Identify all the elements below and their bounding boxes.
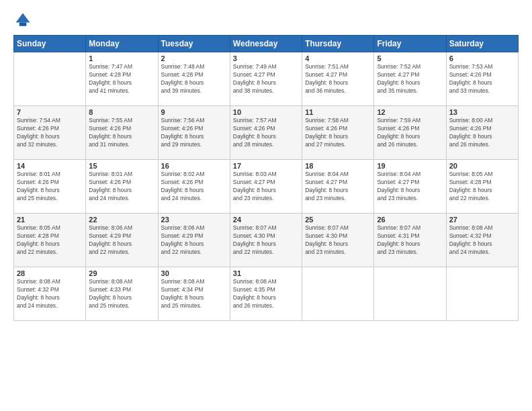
day-number: 20 [449,162,515,170]
day-info: Sunrise: 7:58 AMSunset: 4:26 PMDaylight:… [305,117,371,149]
day-info: Sunrise: 8:06 AMSunset: 4:29 PMDaylight:… [161,224,227,257]
calendar-cell: 11Sunrise: 7:58 AMSunset: 4:26 PMDayligh… [302,106,374,160]
day-info: Sunrise: 8:08 AMSunset: 4:33 PMDaylight:… [89,278,154,310]
weekday-header-row: SundayMondayTuesdayWednesdayThursdayFrid… [14,36,519,52]
calendar-cell: 6Sunrise: 7:53 AMSunset: 4:26 PMDaylight… [446,52,518,106]
calendar-cell: 12Sunrise: 7:59 AMSunset: 4:26 PMDayligh… [374,106,446,160]
calendar-cell: 8Sunrise: 7:55 AMSunset: 4:26 PMDaylight… [86,106,158,160]
svg-rect-1 [19,23,27,26]
day-number: 2 [161,54,227,62]
calendar-week-row: 28Sunrise: 8:08 AMSunset: 4:32 PMDayligh… [14,267,519,321]
calendar-week-row: 14Sunrise: 8:01 AMSunset: 4:26 PMDayligh… [14,160,519,214]
day-number: 12 [377,108,443,116]
day-info: Sunrise: 7:55 AMSunset: 4:26 PMDaylight:… [89,117,154,149]
weekday-header: Sunday [14,36,86,52]
day-info: Sunrise: 8:01 AMSunset: 4:26 PMDaylight:… [89,171,154,203]
day-number: 28 [17,269,83,277]
calendar-cell: 23Sunrise: 8:06 AMSunset: 4:29 PMDayligh… [158,214,230,267]
calendar-cell: 9Sunrise: 7:56 AMSunset: 4:26 PMDaylight… [158,106,230,160]
day-info: Sunrise: 7:57 AMSunset: 4:26 PMDaylight:… [233,117,299,149]
day-number: 11 [305,108,371,116]
day-number: 8 [89,108,154,116]
day-number: 18 [305,162,371,170]
day-info: Sunrise: 8:03 AMSunset: 4:27 PMDaylight:… [233,171,299,203]
day-info: Sunrise: 7:52 AMSunset: 4:27 PMDaylight:… [377,63,443,95]
day-number: 3 [233,54,299,62]
day-info: Sunrise: 8:02 AMSunset: 4:26 PMDaylight:… [161,171,227,203]
calendar-cell: 29Sunrise: 8:08 AMSunset: 4:33 PMDayligh… [86,267,158,321]
calendar-cell: 13Sunrise: 8:00 AMSunset: 4:26 PMDayligh… [446,106,518,160]
calendar: SundayMondayTuesdayWednesdayThursdayFrid… [13,35,519,321]
day-number: 31 [233,269,299,277]
calendar-cell: 22Sunrise: 8:06 AMSunset: 4:29 PMDayligh… [86,214,158,267]
calendar-cell: 2Sunrise: 7:48 AMSunset: 4:28 PMDaylight… [158,52,230,106]
calendar-cell: 19Sunrise: 8:04 AMSunset: 4:27 PMDayligh… [374,160,446,214]
day-number: 16 [161,162,227,170]
day-number: 25 [305,216,371,224]
header [13,11,519,30]
day-info: Sunrise: 7:49 AMSunset: 4:27 PMDaylight:… [233,63,299,95]
logo-icon [13,11,32,30]
day-number: 5 [377,54,443,62]
page: SundayMondayTuesdayWednesdayThursdayFrid… [0,0,532,411]
calendar-cell: 4Sunrise: 7:51 AMSunset: 4:27 PMDaylight… [302,52,374,106]
day-number: 4 [305,54,371,62]
logo [13,11,35,30]
svg-marker-0 [16,13,30,23]
weekday-header: Tuesday [158,36,230,52]
day-info: Sunrise: 7:53 AMSunset: 4:26 PMDaylight:… [449,63,515,95]
weekday-header: Friday [374,36,446,52]
day-number: 21 [17,216,83,224]
calendar-cell: 20Sunrise: 8:05 AMSunset: 4:28 PMDayligh… [446,160,518,214]
day-info: Sunrise: 7:56 AMSunset: 4:26 PMDaylight:… [161,117,227,149]
day-info: Sunrise: 8:01 AMSunset: 4:26 PMDaylight:… [17,171,83,203]
day-number: 23 [161,216,227,224]
calendar-cell: 10Sunrise: 7:57 AMSunset: 4:26 PMDayligh… [230,106,302,160]
calendar-cell: 15Sunrise: 8:01 AMSunset: 4:26 PMDayligh… [86,160,158,214]
weekday-header: Wednesday [230,36,302,52]
calendar-cell: 7Sunrise: 7:54 AMSunset: 4:26 PMDaylight… [14,106,86,160]
day-info: Sunrise: 7:48 AMSunset: 4:28 PMDaylight:… [161,63,227,95]
day-info: Sunrise: 7:59 AMSunset: 4:26 PMDaylight:… [377,117,443,149]
day-info: Sunrise: 8:05 AMSunset: 4:28 PMDaylight:… [449,171,515,203]
calendar-cell: 14Sunrise: 8:01 AMSunset: 4:26 PMDayligh… [14,160,86,214]
day-info: Sunrise: 8:00 AMSunset: 4:26 PMDaylight:… [449,117,515,149]
day-info: Sunrise: 8:07 AMSunset: 4:30 PMDaylight:… [233,224,299,257]
day-info: Sunrise: 8:08 AMSunset: 4:34 PMDaylight:… [161,278,227,310]
day-info: Sunrise: 8:08 AMSunset: 4:32 PMDaylight:… [449,224,515,257]
day-number: 1 [89,54,154,62]
day-info: Sunrise: 8:05 AMSunset: 4:28 PMDaylight:… [17,224,83,257]
weekday-header: Saturday [446,36,518,52]
day-info: Sunrise: 7:47 AMSunset: 4:28 PMDaylight:… [89,63,154,95]
calendar-week-row: 7Sunrise: 7:54 AMSunset: 4:26 PMDaylight… [14,106,519,160]
day-number: 29 [89,269,154,277]
calendar-cell: 1Sunrise: 7:47 AMSunset: 4:28 PMDaylight… [86,52,158,106]
day-info: Sunrise: 7:51 AMSunset: 4:27 PMDaylight:… [305,63,371,95]
day-number: 22 [89,216,154,224]
day-number: 13 [449,108,515,116]
day-number: 27 [449,216,515,224]
calendar-week-row: 1Sunrise: 7:47 AMSunset: 4:28 PMDaylight… [14,52,519,106]
day-info: Sunrise: 8:08 AMSunset: 4:32 PMDaylight:… [17,278,83,310]
weekday-header: Thursday [302,36,374,52]
day-number: 19 [377,162,443,170]
calendar-cell: 27Sunrise: 8:08 AMSunset: 4:32 PMDayligh… [446,214,518,267]
day-number: 24 [233,216,299,224]
day-info: Sunrise: 8:04 AMSunset: 4:27 PMDaylight:… [305,171,371,203]
day-info: Sunrise: 8:04 AMSunset: 4:27 PMDaylight:… [377,171,443,203]
calendar-cell [302,267,374,321]
day-number: 26 [377,216,443,224]
day-info: Sunrise: 8:07 AMSunset: 4:30 PMDaylight:… [305,224,371,257]
day-info: Sunrise: 7:54 AMSunset: 4:26 PMDaylight:… [17,117,83,149]
calendar-cell: 24Sunrise: 8:07 AMSunset: 4:30 PMDayligh… [230,214,302,267]
day-number: 17 [233,162,299,170]
weekday-header: Monday [86,36,158,52]
day-info: Sunrise: 8:06 AMSunset: 4:29 PMDaylight:… [89,224,154,257]
calendar-cell: 28Sunrise: 8:08 AMSunset: 4:32 PMDayligh… [14,267,86,321]
calendar-cell: 25Sunrise: 8:07 AMSunset: 4:30 PMDayligh… [302,214,374,267]
calendar-cell: 31Sunrise: 8:08 AMSunset: 4:35 PMDayligh… [230,267,302,321]
calendar-cell [374,267,446,321]
calendar-cell [446,267,518,321]
calendar-cell: 16Sunrise: 8:02 AMSunset: 4:26 PMDayligh… [158,160,230,214]
calendar-week-row: 21Sunrise: 8:05 AMSunset: 4:28 PMDayligh… [14,214,519,267]
